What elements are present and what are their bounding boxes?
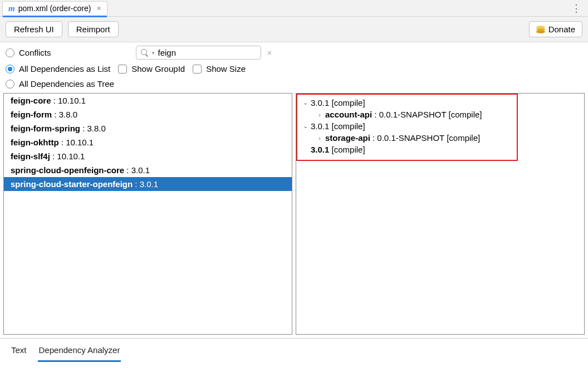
dependency-version: : 3.0.1 xyxy=(133,179,158,189)
dependency-item[interactable]: spring-cloud-starter-openfeign : 3.0.1 xyxy=(4,177,292,191)
editor-tab-bar: m pom.xml (order-core) × ⋮ xyxy=(0,0,588,17)
bottom-tab-bar: Text Dependency Analyzer xyxy=(0,338,588,362)
checkbox-show-groupid[interactable]: Show GroupId xyxy=(118,64,185,74)
dependency-name: spring-cloud-starter-openfeign xyxy=(11,179,133,189)
highlight-box: ⌄3.0.1 [compile]›account-api : 0.0.1-SNA… xyxy=(296,94,518,161)
dependency-item[interactable]: feign-core : 10.10.1 xyxy=(4,94,292,107)
radio-icon xyxy=(6,48,14,57)
checkbox-icon xyxy=(193,65,202,74)
chevron-down-icon[interactable]: ⌄ xyxy=(302,123,308,130)
tree-row[interactable]: ›storage-api : 0.0.1-SNAPSHOT [compile] xyxy=(297,132,517,144)
tree-row[interactable]: 3.0.1 [compile] xyxy=(297,144,517,155)
toolbar: Refresh UI Reimport Donate xyxy=(0,17,588,42)
tree-row[interactable]: ›account-api : 0.0.1-SNAPSHOT [compile] xyxy=(297,109,517,120)
radio-conflicts-label: Conflicts xyxy=(19,48,51,57)
dependency-version: : 3.0.1 xyxy=(124,165,150,175)
chevron-right-icon[interactable]: › xyxy=(316,135,323,141)
tree-row[interactable]: ⌄3.0.1 [compile] xyxy=(297,120,517,132)
tree-row[interactable]: ⌄3.0.1 [compile] xyxy=(297,97,517,109)
donate-button[interactable]: Donate xyxy=(529,21,582,37)
dependency-version: : 3.8.0 xyxy=(80,124,106,133)
donate-label: Donate xyxy=(548,25,575,34)
file-tab-title: pom.xml (order-core) xyxy=(18,4,91,13)
radio-conflicts[interactable]: Conflicts xyxy=(6,48,51,57)
refresh-button[interactable]: Refresh UI xyxy=(6,21,62,37)
tab-text[interactable]: Text xyxy=(10,343,28,362)
tree-row-text: storage-api : 0.0.1-SNAPSHOT [compile] xyxy=(325,133,480,143)
reimport-button[interactable]: Reimport xyxy=(68,21,119,37)
tree-row-text: 3.0.1 [compile] xyxy=(311,98,365,107)
filter-row-2: All Dependencies as List Show GroupId Sh… xyxy=(0,63,588,79)
dependency-item[interactable]: spring-cloud-openfeign-core : 3.0.1 xyxy=(4,163,292,177)
dependency-name: feign-form-spring xyxy=(11,124,80,133)
dependency-item[interactable]: feign-slf4j : 10.10.1 xyxy=(4,149,292,163)
maven-icon: m xyxy=(8,4,15,13)
search-input[interactable] xyxy=(158,48,264,57)
checkbox-show-groupid-label: Show GroupId xyxy=(131,64,185,74)
dependency-item[interactable]: feign-form : 3.8.0 xyxy=(4,107,292,121)
checkbox-icon xyxy=(118,65,127,74)
dependency-tree-panel[interactable]: ⌄3.0.1 [compile]›account-api : 0.0.1-SNA… xyxy=(296,93,585,335)
chevron-down-icon[interactable]: ▾ xyxy=(152,50,155,56)
dependency-version: : 10.10.1 xyxy=(51,96,86,105)
radio-all-list[interactable]: All Dependencies as List xyxy=(6,64,110,74)
file-tab[interactable]: m pom.xml (order-core) × xyxy=(2,1,107,16)
dependency-name: feign-slf4j xyxy=(11,151,50,161)
tab-dependency-analyzer[interactable]: Dependency Analyzer xyxy=(38,343,121,362)
radio-all-list-label: All Dependencies as List xyxy=(19,64,110,74)
more-icon[interactable]: ⋮ xyxy=(567,2,586,14)
dependency-name: feign-core xyxy=(11,96,51,105)
panels: feign-core : 10.10.1feign-form : 3.8.0fe… xyxy=(0,93,588,335)
dependency-item[interactable]: feign-okhttp : 10.10.1 xyxy=(4,135,292,149)
tree-row-text: 3.0.1 [compile] xyxy=(311,145,365,154)
radio-icon xyxy=(6,65,14,74)
radio-all-tree-label: All Dependencies as Tree xyxy=(19,79,114,89)
tree-row-text: 3.0.1 [compile] xyxy=(311,121,365,131)
dependency-version: : 10.10.1 xyxy=(50,151,85,161)
chevron-down-icon[interactable]: ⌄ xyxy=(302,99,308,106)
radio-all-tree[interactable]: All Dependencies as Tree xyxy=(6,79,114,89)
close-icon[interactable]: × xyxy=(96,4,101,13)
dependency-version: : 10.10.1 xyxy=(59,138,94,147)
tree-row-text: account-api : 0.0.1-SNAPSHOT [compile] xyxy=(325,110,482,119)
checkbox-show-size-label: Show Size xyxy=(206,64,246,74)
dependency-list-panel[interactable]: feign-core : 10.10.1feign-form : 3.8.0fe… xyxy=(3,93,292,335)
dependency-name: feign-okhttp xyxy=(11,138,59,147)
checkbox-show-size[interactable]: Show Size xyxy=(193,64,246,74)
chevron-right-icon[interactable]: › xyxy=(316,111,323,118)
dependency-version: : 3.8.0 xyxy=(52,110,77,119)
dependency-name: feign-form xyxy=(11,110,52,119)
filter-row-1: Conflicts ▾ × xyxy=(0,42,588,63)
filter-row-3: All Dependencies as Tree xyxy=(0,79,588,93)
clear-icon[interactable]: × xyxy=(267,48,272,57)
dependency-name: spring-cloud-openfeign-core xyxy=(11,165,124,175)
search-icon xyxy=(141,49,149,57)
search-input-wrapper[interactable]: ▾ × xyxy=(136,46,261,60)
donate-icon xyxy=(536,26,545,33)
dependency-item[interactable]: feign-form-spring : 3.8.0 xyxy=(4,121,292,135)
radio-icon xyxy=(6,80,14,89)
